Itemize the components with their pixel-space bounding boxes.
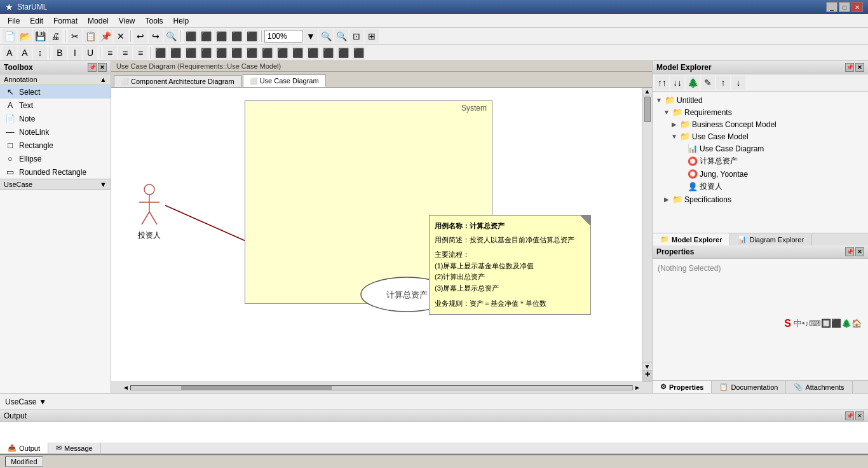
toolbox-rectangle-item[interactable]: □ Rectangle (0, 139, 111, 152)
tab-use-case[interactable]: ⬜ Use Case Diagram (243, 74, 326, 87)
paste-button[interactable]: 📌 (98, 29, 112, 43)
zoom-in-button[interactable]: 🔍 (319, 29, 333, 43)
hscroll-thumb[interactable] (181, 386, 332, 390)
hscroll-track[interactable] (130, 385, 633, 390)
undo-button[interactable]: ↩ (133, 29, 147, 43)
maximize-button[interactable]: □ (839, 2, 850, 12)
tb-btn-7[interactable]: ⬛ (214, 29, 228, 43)
copy-button[interactable]: 📋 (83, 29, 97, 43)
menu-file[interactable]: File (3, 15, 25, 27)
diagram-canvas[interactable]: System (111, 88, 652, 382)
zoom-dropdown[interactable]: ▼ (304, 29, 318, 43)
align-right[interactable]: ≡ (133, 46, 147, 60)
tb2-btn-3[interactable]: ⬛ (184, 46, 198, 60)
tb2-btn-8[interactable]: ⬛ (260, 46, 274, 60)
tb2-btn-4[interactable]: ⬛ (199, 46, 213, 60)
hscroll-left[interactable]: ◄ (123, 384, 129, 391)
zoom-fit-button[interactable]: ⊡ (349, 29, 363, 43)
me-sort-desc[interactable]: ↓↓ (670, 76, 684, 90)
diagram-vscroll[interactable]: ▲ ▼ ✚ (642, 88, 652, 382)
tree-jisuan[interactable]: ⭕ 计算总资产 (655, 155, 865, 168)
prop-pin-button[interactable]: 📌 (845, 247, 854, 256)
actor[interactable]: 投资人 (130, 183, 168, 241)
prop-close-button[interactable]: ✕ (855, 247, 864, 256)
prop-tab-attachments[interactable]: 📎 Attachments (786, 381, 852, 393)
tree-use-case-model[interactable]: ▼ 📁 Use Case Model (655, 130, 865, 142)
tb-btn-6[interactable]: ⬛ (199, 29, 213, 43)
minimize-button[interactable]: _ (826, 2, 837, 12)
zoom-out-button[interactable]: 🔍 (334, 29, 348, 43)
align-left[interactable]: ≡ (103, 46, 117, 60)
me-tab-diagram-explorer[interactable]: 📊 Diagram Explorer (730, 233, 812, 245)
usecase-dropdown-icon[interactable]: ▼ (39, 397, 46, 406)
toolbox-pin-button[interactable]: 📌 (88, 63, 97, 72)
prop-tab-documentation[interactable]: 📋 Documentation (712, 381, 786, 393)
toolbox-category-annotation[interactable]: Annotation ▲ (0, 74, 111, 85)
tb2-btn-1[interactable]: ⬛ (153, 46, 167, 60)
menu-view[interactable]: View (114, 15, 140, 27)
tb2-btn-7[interactable]: ⬛ (245, 46, 259, 60)
menu-edit[interactable]: Edit (25, 15, 48, 27)
menu-tools[interactable]: Tools (140, 15, 168, 27)
save-button[interactable]: 💾 (33, 29, 47, 43)
delete-button[interactable]: ✕ (114, 29, 128, 43)
font-bold[interactable]: B (53, 46, 67, 60)
zoom-input[interactable]: 100% (264, 30, 302, 43)
prop-tab-properties[interactable]: ⚙ Properties (653, 381, 712, 393)
me-down-btn[interactable]: ↓ (731, 76, 745, 90)
me-tab-model-explorer[interactable]: 📁 Model Explorer (653, 233, 730, 245)
output-pin-button[interactable]: 📌 (845, 411, 854, 420)
find-button[interactable]: 🔍 (164, 29, 178, 43)
tree-touzi[interactable]: 👤 投资人 (655, 180, 865, 193)
tb2-btn-10[interactable]: ⬛ (290, 46, 304, 60)
print-button[interactable]: 🖨 (48, 29, 62, 43)
vscroll-up[interactable]: ▲ (642, 88, 652, 95)
font-underline[interactable]: U (83, 46, 97, 60)
tree-use-case-diagram[interactable]: 📊 Use Case Diagram (655, 142, 865, 155)
me-up-btn[interactable]: ↑ (716, 76, 730, 90)
tb2-btn-13[interactable]: ⬛ (336, 46, 350, 60)
tb2-btn-14[interactable]: ⬛ (351, 46, 365, 60)
output-close-button[interactable]: ✕ (855, 411, 864, 420)
tb-btn-9[interactable]: ⬛ (245, 29, 259, 43)
toolbox-text-item[interactable]: A Text (0, 99, 111, 112)
me-sort-asc[interactable]: ↑↑ (655, 76, 669, 90)
menu-model[interactable]: Model (83, 15, 114, 27)
note-box[interactable]: 用例名称：计算总资产 用例简述：投资人以基金目前净值估算总资产 主要流程： (1… (429, 215, 591, 315)
tree-business-concept[interactable]: ▶ 📁 Business Concept Model (655, 118, 865, 130)
tree-jung[interactable]: ⭕ Jung, Yoontae (655, 168, 865, 180)
vscroll-thumb[interactable] (644, 97, 651, 122)
output-tab-message[interactable]: ✉ Message (48, 443, 101, 453)
toolbox-notelink-item[interactable]: — NoteLink (0, 125, 111, 139)
hscroll-right[interactable]: ► (634, 384, 641, 391)
open-button[interactable]: 📂 (18, 29, 32, 43)
close-button[interactable]: ✕ (851, 2, 863, 12)
format-btn-2[interactable]: A (18, 46, 32, 60)
zoom-actual-button[interactable]: ⊞ (365, 29, 379, 43)
tree-requirements[interactable]: ▼ 📁 Requirements (655, 106, 865, 118)
format-btn-1[interactable]: A (3, 46, 17, 60)
me-edit-btn[interactable]: ✎ (701, 76, 715, 90)
output-tab-output[interactable]: 📤 Output (0, 443, 48, 453)
toolbox-rounded-rect-item[interactable]: ▭ Rounded Rectangle (0, 165, 111, 179)
tree-untitled[interactable]: ▼ 📁 Untitled (655, 94, 865, 106)
tb-btn-5[interactable]: ⬛ (184, 29, 198, 43)
toolbox-note-item[interactable]: 📄 Note (0, 112, 111, 125)
new-button[interactable]: 📄 (3, 29, 17, 43)
toolbox-ellipse-item[interactable]: ○ Ellipse (0, 152, 111, 165)
me-close-button[interactable]: ✕ (855, 63, 864, 72)
cut-button[interactable]: ✂ (68, 29, 82, 43)
me-tree-btn[interactable]: 🌲 (686, 76, 700, 90)
tb2-btn-11[interactable]: ⬛ (306, 46, 320, 60)
diagram-hscroll[interactable]: ◄ ► (111, 382, 652, 393)
tb2-btn-12[interactable]: ⬛ (321, 46, 335, 60)
toolbox-close-button[interactable]: ✕ (98, 63, 107, 72)
redo-button[interactable]: ↪ (149, 29, 163, 43)
tree-specifications[interactable]: ▶ 📁 Specifications (655, 193, 865, 205)
tb2-btn-2[interactable]: ⬛ (168, 46, 182, 60)
tb-btn-8[interactable]: ⬛ (229, 29, 243, 43)
menu-format[interactable]: Format (48, 15, 83, 27)
tb2-btn-5[interactable]: ⬛ (214, 46, 228, 60)
me-pin-button[interactable]: 📌 (845, 63, 854, 72)
toolbox-category-usecase[interactable]: UseCase ▼ (0, 179, 111, 190)
